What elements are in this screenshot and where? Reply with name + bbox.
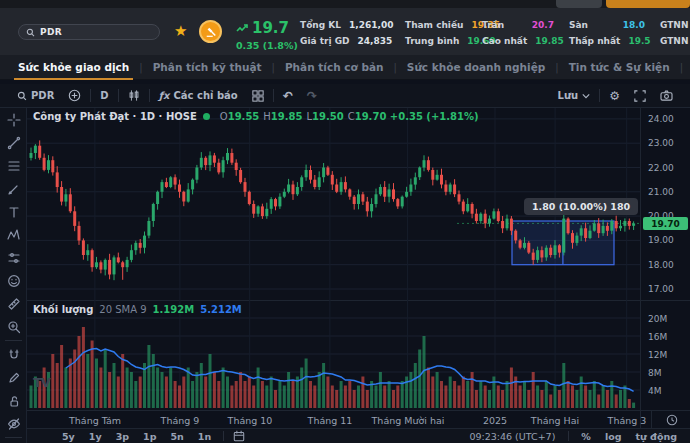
stat-GTNN m: GTNN m <box>660 19 690 31</box>
emoji-icon <box>7 274 21 288</box>
camera-icon <box>660 90 673 101</box>
fullscreen-button[interactable] <box>627 86 653 106</box>
chart-symbol-label: PDR <box>31 90 54 101</box>
stat-Trần: Trần20.7 <box>482 19 554 31</box>
undo-button[interactable]: ↶ <box>276 86 300 106</box>
tab-3[interactable]: Phân tích cơ bản <box>275 55 394 80</box>
save-layout-button[interactable]: Lưu <box>551 86 598 106</box>
fib-retracement-tool[interactable] <box>0 154 27 177</box>
auction-hammer-badge-icon[interactable] <box>199 20 222 43</box>
tab-6[interactable]: Góc nhìn cộng đồng <box>683 55 690 80</box>
chart-settings-button[interactable]: ⚙ <box>602 86 627 106</box>
ohlc-value: 19.50 <box>312 111 344 122</box>
xabcd-pattern-tool[interactable] <box>0 223 27 246</box>
ruler-tool[interactable] <box>0 292 27 315</box>
range-5y[interactable]: 5y <box>55 431 82 442</box>
time-tick: Tháng 10 <box>228 415 273 426</box>
symbol-search-value: PDR <box>40 27 62 37</box>
xabcd-pattern-icon <box>7 228 21 242</box>
symbol-search-input[interactable]: PDR <box>18 24 160 40</box>
layout-grid-button[interactable] <box>245 86 271 106</box>
clock-icon[interactable] <box>666 414 678 426</box>
session-time[interactable]: 09:23:46 (UTC+7) <box>469 431 555 442</box>
fx-icon: ƒx <box>159 90 170 101</box>
price-block: 19.7 0.35 (1.8%) <box>236 19 298 51</box>
price-tick: 22.00 <box>648 163 674 173</box>
chart-style-button[interactable] <box>121 86 147 106</box>
volume-tick: 20M <box>648 314 667 324</box>
stat-column: Sàn18.0Thấp nhất19.5 <box>569 19 645 47</box>
crosshair-icon <box>7 113 21 127</box>
fib-retracement-icon <box>7 159 21 173</box>
draw-mode-tool[interactable] <box>0 366 27 389</box>
zoom-in-tool[interactable] <box>0 315 27 338</box>
chart-legend-title[interactable]: Công ty Phát Đạt · 1D · HOSE <box>33 111 197 122</box>
bottom-bar: 5y1y3p1p5n1n 09:23:46 (UTC+7) %logtự độn… <box>27 428 690 443</box>
compare-add-button[interactable] <box>61 86 88 106</box>
ruler-icon <box>7 297 21 311</box>
text-tool-icon <box>7 205 21 219</box>
plus-circle-icon <box>68 89 81 102</box>
interval-button[interactable]: D <box>93 86 115 106</box>
tab-4[interactable]: Sức khỏe doanh nghiệp <box>397 55 556 80</box>
time-tick: Tháng 9 <box>161 415 200 426</box>
price-tick: 21.00 <box>648 187 674 197</box>
range-1n[interactable]: 1n <box>191 431 218 442</box>
eye-off-tool[interactable] <box>0 412 27 435</box>
lock-tool[interactable] <box>0 389 27 412</box>
range-1y[interactable]: 1y <box>82 431 109 442</box>
volume-tick: 8M <box>648 368 662 378</box>
stat-column: Tổng KL1,261,00Giá trị GD24,835 <box>300 19 390 47</box>
ohlc-key: H <box>263 111 271 122</box>
volume-legend-title[interactable]: Khối lượng <box>33 304 93 315</box>
trend-line-icon <box>7 136 21 150</box>
fullscreen-icon <box>634 90 646 102</box>
scale-log[interactable]: log <box>598 431 629 442</box>
volume-current-value: 1.192M <box>153 304 195 315</box>
price-change: 0.35 (1.8%) <box>236 40 298 51</box>
chart-symbol-button[interactable]: PDR <box>10 86 61 106</box>
market-status-dot <box>203 113 210 120</box>
top-orange-button-fragment[interactable] <box>606 0 690 8</box>
indicators-button[interactable]: ƒx Các chỉ báo <box>152 86 245 106</box>
volume-legend: Khối lượng 20 SMA 9 1.192M 5.212M <box>33 304 242 315</box>
brush-tool[interactable] <box>0 177 27 200</box>
ohlc-value: 19.55 <box>228 111 260 122</box>
range-5n[interactable]: 5n <box>163 431 190 442</box>
emoji-tool[interactable] <box>0 269 27 292</box>
market-stats: Tổng KL1,261,00Giá trị GD24,835Tham chiế… <box>300 19 690 47</box>
volume-legend-params: 20 SMA 9 <box>99 304 146 315</box>
time-tick: Tháng 11 <box>308 415 353 426</box>
text-tool-tool[interactable] <box>0 200 27 223</box>
ohlc-key: C <box>348 111 355 122</box>
eye-off-icon <box>7 417 21 431</box>
volume-chart[interactable] <box>27 300 640 410</box>
tab-5[interactable]: Tin tức & Sự kiện <box>559 55 680 80</box>
trend-up-icon <box>236 23 249 33</box>
top-button-fragment[interactable] <box>556 0 602 8</box>
stat-Thấp nhất: Thấp nhất19.5 <box>569 35 645 47</box>
tab-2[interactable]: Phân tích kỹ thuật <box>143 55 272 80</box>
price-axis[interactable]: 24.0023.0022.0021.0020.0019.0018.0017.00… <box>640 108 690 443</box>
chart-toolbar: PDR D ƒx Các chỉ báo ↶ ↷ <box>0 84 690 108</box>
range-3p[interactable]: 3p <box>109 431 136 442</box>
magnet-tool[interactable] <box>0 343 27 366</box>
snapshot-button[interactable] <box>653 86 680 106</box>
redo-button[interactable]: ↷ <box>300 86 324 106</box>
lock-icon <box>7 394 21 408</box>
time-axis[interactable]: Tháng TámTháng 9Tháng 10Tháng 11Tháng Mư… <box>27 410 690 428</box>
range-1p[interactable]: 1p <box>136 431 163 442</box>
scale-tự động[interactable]: tự động <box>628 431 684 442</box>
forecast-tool[interactable] <box>0 246 27 269</box>
crosshair-tool[interactable] <box>0 108 27 131</box>
rail-divider <box>5 437 22 438</box>
ohlc-value: 19.70 <box>355 111 387 122</box>
go-to-date-button[interactable] <box>229 429 249 443</box>
favorite-star-icon[interactable]: ★ <box>174 22 187 40</box>
chevron-down-icon <box>582 93 590 99</box>
trend-line-tool[interactable] <box>0 131 27 154</box>
range-buttons: 5y1y3p1p5n1n <box>55 431 218 442</box>
scale-%[interactable]: % <box>574 431 598 442</box>
stat-Tham chiếu: Tham chiếu19.35 <box>405 19 467 31</box>
tab-1[interactable]: Sức khỏe giao dịch <box>8 55 139 80</box>
